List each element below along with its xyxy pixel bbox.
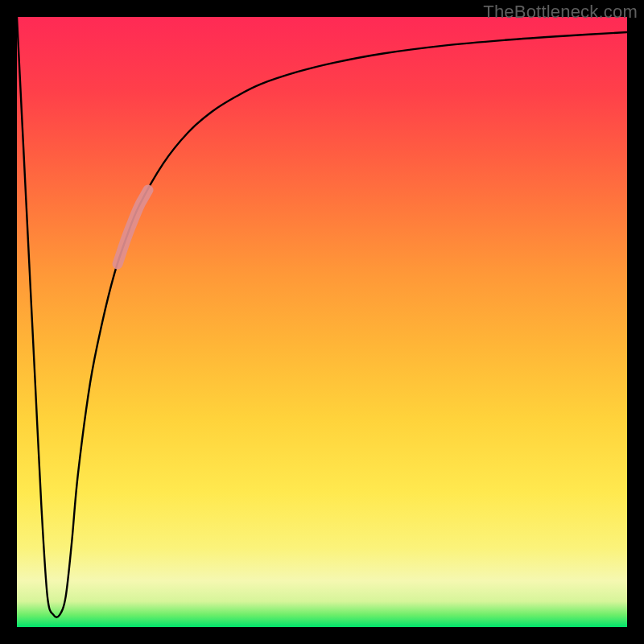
curve-layer (17, 17, 627, 627)
plot-area (17, 17, 627, 627)
chart-frame: TheBottleneck.com (0, 0, 644, 644)
watermark-text: TheBottleneck.com (483, 2, 638, 23)
bottleneck-curve (17, 17, 627, 617)
highlight-segment (118, 190, 148, 264)
